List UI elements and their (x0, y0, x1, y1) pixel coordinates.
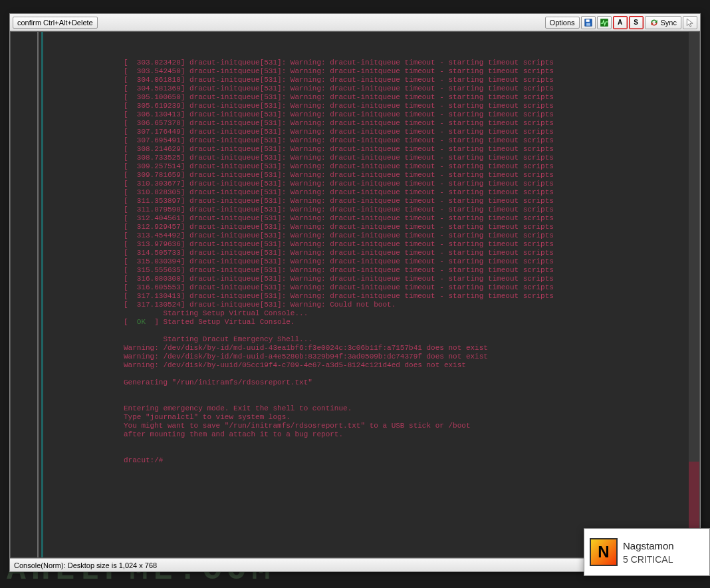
terminal-output: [ 303.023428] dracut-initqueue[531]: War… (124, 59, 693, 465)
sync-button[interactable]: Sync (645, 16, 681, 29)
sync-icon (650, 18, 659, 27)
confirm-cad-button[interactable]: confirm Ctrl+Alt+Delete (13, 17, 98, 29)
nagstamon-icon: N (590, 538, 618, 566)
svg-rect-2 (586, 23, 590, 25)
floppy-icon (584, 18, 593, 27)
activity-button[interactable] (597, 16, 612, 29)
nagstamon-critical: 5 CRITICAL (623, 554, 674, 565)
remote-console[interactable]: [ 303.023428] dracut-initqueue[531]: War… (10, 31, 700, 558)
gutter-stripe-gray (37, 32, 39, 557)
letter-s-button[interactable]: S (629, 16, 644, 29)
gutter-stripe-teal (41, 32, 43, 557)
letter-a-icon: A (618, 19, 622, 26)
activity-icon (600, 18, 609, 27)
cursor-button[interactable] (683, 16, 697, 29)
save-button[interactable] (581, 16, 596, 29)
options-button[interactable]: Options (545, 17, 580, 29)
cursor-icon (685, 18, 695, 27)
kvm-viewer-window: confirm Ctrl+Alt+Delete Options A S (9, 13, 701, 572)
sync-label: Sync (661, 19, 677, 27)
toolbar: confirm Ctrl+Alt+Delete Options A S (10, 14, 700, 31)
letter-s-icon: S (634, 19, 638, 26)
status-left: Console(Norm): Desktop size is 1,024 x 7… (14, 561, 157, 569)
nagstamon-title: Nagstamon (623, 540, 674, 551)
svg-rect-1 (586, 19, 589, 21)
letter-a-button[interactable]: A (613, 16, 628, 29)
nagstamon-popup[interactable]: N Nagstamon 5 CRITICAL (584, 528, 710, 576)
